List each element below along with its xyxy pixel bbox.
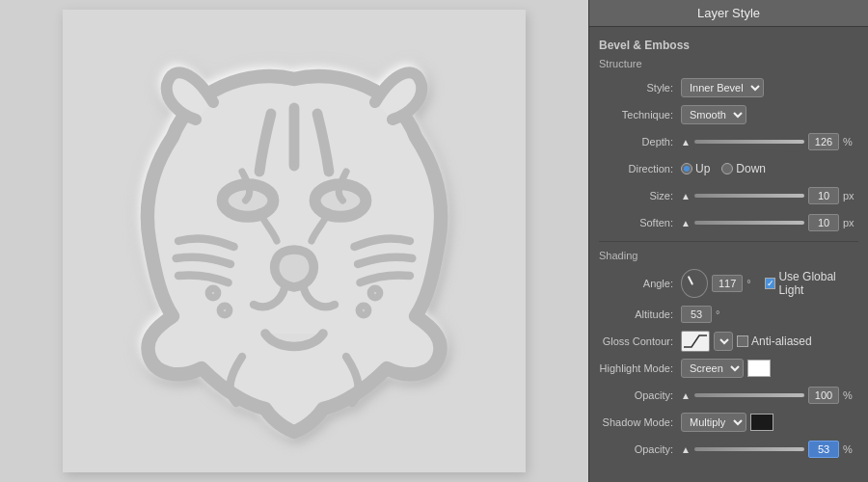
layer-style-panel: Layer Style Bevel & Emboss Structure Sty… xyxy=(588,0,868,482)
direction-down-radio[interactable] xyxy=(721,163,733,174)
size-value[interactable] xyxy=(808,187,839,204)
highlight-color-swatch[interactable] xyxy=(747,360,771,377)
depth-slider-track[interactable] xyxy=(694,140,804,144)
highlight-mode-select[interactable]: Screen xyxy=(681,359,744,378)
soften-content: ▲ px xyxy=(681,214,858,231)
direction-down-option[interactable]: Down xyxy=(721,162,766,175)
soften-row: Soften: ▲ px xyxy=(599,212,858,233)
technique-row: Technique: Smooth xyxy=(599,104,858,125)
direction-content: Up Down xyxy=(681,162,858,175)
highlight-opacity-row: Opacity: ▲ % xyxy=(599,385,858,406)
gloss-contour-label: Gloss Contour: xyxy=(599,335,681,347)
altitude-label: Altitude: xyxy=(599,308,681,320)
altitude-content: ° xyxy=(681,306,858,323)
panel-body: Bevel & Emboss Structure Style: Inner Be… xyxy=(589,27,868,482)
technique-select[interactable]: Smooth xyxy=(681,105,746,124)
direction-label: Direction: xyxy=(599,163,681,174)
style-select[interactable]: Inner Bevel xyxy=(681,78,764,97)
shadow-color-swatch[interactable] xyxy=(750,414,773,431)
shadow-opacity-slider-track[interactable] xyxy=(694,447,804,451)
direction-row: Direction: Up Down xyxy=(599,158,858,179)
soften-value[interactable] xyxy=(808,214,839,231)
highlight-opacity-value[interactable] xyxy=(808,387,839,404)
direction-up-label: Up xyxy=(695,162,710,175)
technique-content: Smooth xyxy=(681,105,858,124)
global-light-checkbox[interactable]: ✓ xyxy=(765,278,775,289)
depth-slider-icon: ▲ xyxy=(681,137,691,147)
canvas-area xyxy=(0,0,588,482)
size-slider-row: ▲ xyxy=(681,191,804,201)
soften-label: Soften: xyxy=(599,217,681,228)
angle-content: ° ✓ Use Global Light xyxy=(681,269,858,298)
shadow-mode-select[interactable]: Multiply xyxy=(681,413,746,432)
highlight-opacity-slider-track[interactable] xyxy=(694,393,804,397)
depth-row: Depth: ▲ % xyxy=(599,131,858,152)
svg-point-3 xyxy=(208,288,218,298)
size-content: ▲ px xyxy=(681,187,858,204)
gloss-contour-preview[interactable] xyxy=(681,331,710,352)
gloss-contour-row: Gloss Contour: Anti-aliased xyxy=(599,331,858,352)
direction-up-radio[interactable] xyxy=(681,163,692,174)
soften-slider-track[interactable] xyxy=(694,221,804,225)
direction-up-option[interactable]: Up xyxy=(681,162,710,175)
shadow-opacity-content: ▲ % xyxy=(681,441,858,458)
angle-row: Angle: ° ✓ Use Global Light xyxy=(599,269,858,298)
angle-dial[interactable] xyxy=(681,269,708,298)
global-light-label: Use Global Light xyxy=(778,270,858,297)
gloss-contour-content: Anti-aliased xyxy=(681,331,858,352)
size-label: Size: xyxy=(599,190,681,201)
divider-1 xyxy=(599,241,858,242)
size-slider-icon: ▲ xyxy=(681,191,691,201)
sub-shading: Shading xyxy=(599,250,858,261)
soften-slider-row: ▲ xyxy=(681,218,804,228)
shadow-opacity-slider-row: ▲ xyxy=(681,444,804,455)
size-row: Size: ▲ px xyxy=(599,185,858,206)
altitude-unit: ° xyxy=(716,308,731,320)
direction-radio-group: Up Down xyxy=(681,162,766,175)
highlight-mode-row: Highlight Mode: Screen xyxy=(599,358,858,379)
depth-label: Depth: xyxy=(599,136,681,147)
angle-label: Angle: xyxy=(599,278,681,289)
shadow-opacity-label: Opacity: xyxy=(599,443,681,455)
highlight-opacity-content: ▲ % xyxy=(681,387,858,404)
depth-slider-row: ▲ xyxy=(681,137,804,147)
altitude-value[interactable] xyxy=(681,306,712,323)
style-content: Inner Bevel xyxy=(681,78,858,97)
style-row: Style: Inner Bevel xyxy=(599,77,858,98)
soften-slider-icon: ▲ xyxy=(681,218,691,228)
anti-alias-checkbox[interactable] xyxy=(737,335,748,347)
technique-label: Technique: xyxy=(599,109,681,120)
highlight-opacity-slider-row: ▲ xyxy=(681,390,804,401)
sub-structure: Structure xyxy=(599,58,858,69)
shadow-mode-label: Shadow Mode: xyxy=(599,416,681,428)
depth-unit: % xyxy=(843,136,858,147)
contour-select[interactable] xyxy=(714,332,733,351)
shadow-mode-row: Shadow Mode: Multiply xyxy=(599,412,858,433)
svg-point-5 xyxy=(370,288,380,298)
anti-alias-item[interactable]: Anti-aliased xyxy=(737,335,812,348)
highlight-opacity-label: Opacity: xyxy=(599,389,681,401)
style-label: Style: xyxy=(599,82,681,94)
section-bevel-emboss: Bevel & Emboss xyxy=(599,39,858,52)
altitude-row: Altitude: ° xyxy=(599,304,858,325)
global-light-checkbox-item[interactable]: ✓ Use Global Light xyxy=(765,270,858,297)
depth-content: ▲ % xyxy=(681,133,858,150)
angle-unit: ° xyxy=(746,278,761,289)
contour-svg xyxy=(684,334,707,349)
shadow-opacity-slider-icon: ▲ xyxy=(681,444,691,455)
shadow-opacity-unit: % xyxy=(843,443,858,455)
highlight-mode-label: Highlight Mode: xyxy=(599,362,681,374)
panel-title: Layer Style xyxy=(589,0,868,27)
shadow-opacity-row: Opacity: ▲ % xyxy=(599,439,858,460)
size-slider-track[interactable] xyxy=(694,194,804,198)
anti-alias-label: Anti-aliased xyxy=(751,335,812,348)
shadow-mode-content: Multiply xyxy=(681,413,858,432)
direction-down-label: Down xyxy=(736,162,766,175)
svg-point-6 xyxy=(359,306,368,315)
depth-value[interactable] xyxy=(808,133,839,150)
soften-unit: px xyxy=(843,217,858,228)
angle-value[interactable] xyxy=(712,275,743,292)
tiger-illustration xyxy=(63,10,526,472)
highlight-mode-content: Screen xyxy=(681,359,858,378)
shadow-opacity-value[interactable] xyxy=(808,441,839,458)
